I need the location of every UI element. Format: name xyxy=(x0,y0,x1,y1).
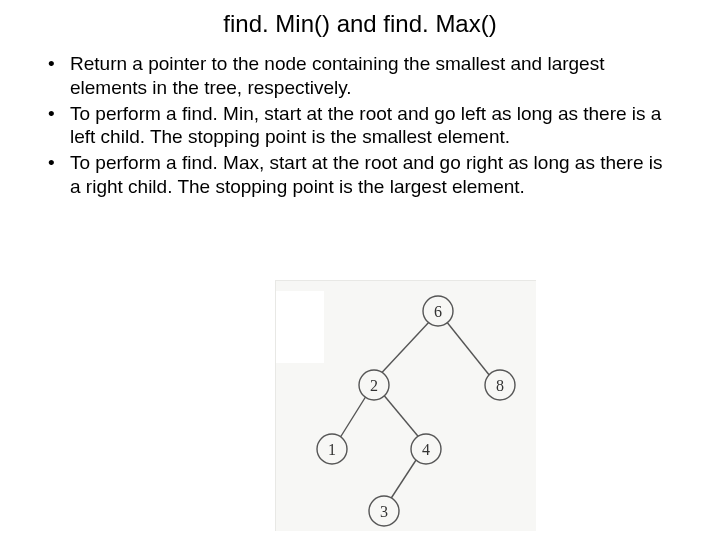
page-title: find. Min() and find. Max() xyxy=(0,10,720,38)
tree-node-6: 6 xyxy=(423,296,453,326)
tree-node-2: 2 xyxy=(359,370,389,400)
node-label: 6 xyxy=(434,303,442,320)
bullet-item: To perform a find. Max, start at the roo… xyxy=(42,151,678,199)
bullet-list: Return a pointer to the node containing … xyxy=(42,52,678,199)
tree-node-4: 4 xyxy=(411,434,441,464)
bullet-item: Return a pointer to the node containing … xyxy=(42,52,678,100)
node-label: 1 xyxy=(328,441,336,458)
tree-node-3: 3 xyxy=(369,496,399,526)
edge xyxy=(388,457,418,503)
node-label: 8 xyxy=(496,377,504,394)
edge xyxy=(338,393,368,441)
tree-diagram: 6 2 8 1 4 3 xyxy=(275,280,536,531)
node-label: 2 xyxy=(370,377,378,394)
tree-node-8: 8 xyxy=(485,370,515,400)
node-label: 3 xyxy=(380,503,388,520)
edge xyxy=(446,321,494,381)
edge xyxy=(382,393,422,441)
tree-svg: 6 2 8 1 4 3 xyxy=(276,281,536,531)
bullet-item: To perform a find. Min, start at the roo… xyxy=(42,102,678,150)
content-area: Return a pointer to the node containing … xyxy=(0,52,720,199)
tree-node-1: 1 xyxy=(317,434,347,464)
node-label: 4 xyxy=(422,441,430,458)
